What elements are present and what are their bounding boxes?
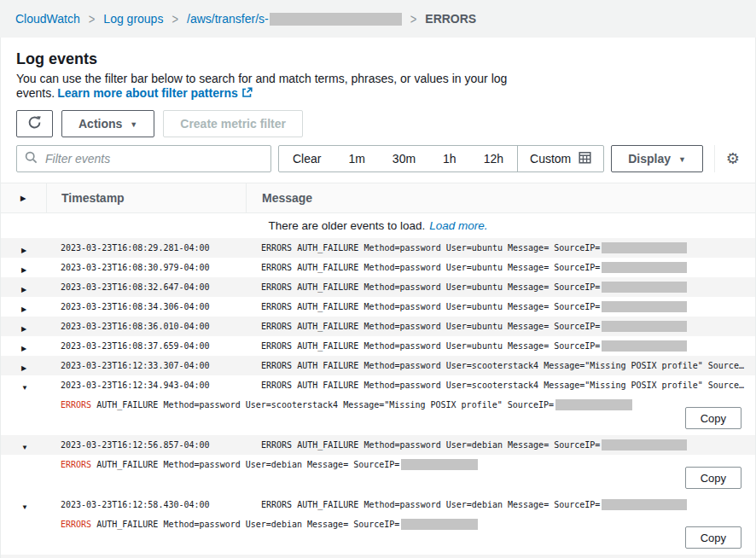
redacted-source-ip [602, 340, 687, 352]
actions-button[interactable]: Actions▼ [61, 110, 154, 137]
log-event-detail: ERRORS AUTH_FAILURE Method=password User… [1, 395, 755, 435]
gear-icon: ⚙ [726, 150, 740, 167]
learn-more-link[interactable]: Learn more about filter patterns [57, 86, 253, 100]
log-event-row[interactable]: ▶ 2023-03-23T16:12:33.307-04:00 ERRORS A… [1, 356, 755, 375]
log-timestamp: 2023-03-23T16:12:58.430-04:00 [46, 500, 246, 509]
expand-row-icon[interactable]: ▶ [21, 325, 26, 333]
log-message: ERRORS AUTH_FAILURE Method=password User… [246, 282, 755, 293]
copy-button[interactable]: Copy [685, 526, 741, 549]
expand-row-icon[interactable]: ▶ [21, 286, 26, 294]
log-event-row[interactable]: ▶ 2023-03-23T16:08:36.010-04:00 ERRORS A… [1, 317, 755, 336]
time-range-group: Clear 1m 30m 1h 12h Custom [278, 145, 604, 172]
log-detail-text: ERRORS AUTH_FAILURE Method=password User… [61, 399, 755, 410]
log-message: ERRORS AUTH_FAILURE Method=password User… [246, 361, 755, 370]
expand-row-icon[interactable]: ▶ [21, 305, 26, 313]
log-event-row[interactable]: ▶ 2023-03-23T16:08:34.306-04:00 ERRORS A… [1, 297, 755, 317]
load-more-link[interactable]: Load more. [429, 219, 487, 232]
custom-range-button[interactable]: Custom [518, 151, 603, 166]
create-metric-filter-button[interactable]: Create metric filter [163, 110, 303, 137]
log-event-row[interactable]: ▼ 2023-03-23T16:12:34.943-04:00 ERRORS A… [1, 375, 755, 395]
older-events-text: There are older events to load. [268, 219, 425, 232]
log-events-table: ▶ Timestamp Message There are older even… [1, 183, 755, 558]
log-detail-text: ERRORS AUTH_FAILURE Method=password User… [61, 459, 755, 470]
redacted-source-ip [602, 499, 687, 510]
filter-events-searchbox[interactable] [16, 145, 271, 172]
log-event-row[interactable]: ▶ 2023-03-23T16:13:00.106-04:00 ERRORS A… [1, 555, 755, 558]
calendar-icon [579, 151, 591, 166]
log-timestamp: 2023-03-23T16:08:37.659-04:00 [46, 341, 246, 351]
log-events-panel: Log events You can use the filter bar be… [0, 38, 756, 558]
log-timestamp: 2023-03-23T16:12:34.943-04:00 [46, 381, 246, 390]
log-group-name: /aws/transfer/s- [187, 12, 269, 26]
chevron-right-icon: > [89, 11, 96, 27]
log-timestamp: 2023-03-23T16:08:29.281-04:00 [46, 243, 246, 253]
refresh-button[interactable] [16, 110, 53, 137]
table-header: ▶ Timestamp Message [1, 183, 755, 213]
copy-button[interactable]: Copy [685, 407, 741, 429]
expand-row-icon[interactable]: ▶ [21, 247, 26, 254]
log-event-row[interactable]: ▼ 2023-03-23T16:12:56.857-04:00 ERRORS A… [1, 435, 755, 455]
log-rows: ▶ 2023-03-23T16:08:29.281-04:00 ERRORS A… [1, 238, 755, 558]
breadcrumb-log-group-link[interactable]: /aws/transfer/s- [187, 12, 402, 26]
log-event-row[interactable]: ▶ 2023-03-23T16:08:30.979-04:00 ERRORS A… [1, 258, 755, 277]
log-message: ERRORS AUTH_FAILURE Method=password User… [246, 439, 755, 450]
expand-all-icon[interactable]: ▶ [20, 195, 26, 202]
log-message: ERRORS AUTH_FAILURE Method=password User… [246, 321, 755, 332]
log-event-row[interactable]: ▶ 2023-03-23T16:08:37.659-04:00 ERRORS A… [1, 336, 755, 356]
refresh-icon [27, 115, 42, 132]
expand-row-icon[interactable]: ▶ [21, 364, 26, 372]
redacted-source-ip [602, 301, 687, 312]
log-timestamp: 2023-03-23T16:08:34.306-04:00 [46, 302, 246, 311]
breadcrumb-current-stream: ERRORS [425, 12, 476, 26]
external-link-icon [241, 87, 253, 102]
log-detail-text: ERRORS AUTH_FAILURE Method=password User… [61, 519, 755, 530]
breadcrumb-log-groups-link[interactable]: Log groups [103, 12, 163, 26]
log-event-detail: ERRORS AUTH_FAILURE Method=password User… [1, 514, 755, 555]
filter-events-input[interactable] [44, 151, 263, 166]
expand-row-icon[interactable]: ▼ [21, 444, 28, 451]
settings-button[interactable]: ⚙ [726, 151, 740, 166]
log-event-row[interactable]: ▼ 2023-03-23T16:12:58.430-04:00 ERRORS A… [1, 495, 755, 514]
log-message: ERRORS AUTH_FAILURE Method=password User… [246, 301, 755, 312]
caret-down-icon: ▼ [130, 121, 137, 129]
column-header-message: Message [246, 183, 755, 212]
expand-row-icon[interactable]: ▼ [21, 384, 28, 392]
redacted-source-ip [602, 282, 687, 293]
redacted-source-ip [401, 519, 478, 530]
caret-down-icon: ▼ [678, 156, 686, 164]
range-30m-button[interactable]: 30m [379, 146, 429, 171]
redacted-source-ip [401, 459, 478, 470]
range-1m-button[interactable]: 1m [334, 146, 378, 171]
log-event-detail: ERRORS AUTH_FAILURE Method=password User… [1, 455, 755, 495]
page-title: Log events [16, 49, 740, 68]
chevron-right-icon: > [410, 11, 417, 27]
range-12h-button[interactable]: 12h [470, 146, 517, 171]
log-event-row[interactable]: ▶ 2023-03-23T16:08:32.647-04:00 ERRORS A… [1, 277, 755, 297]
toolbar: Actions▼ Create metric filter [16, 110, 740, 137]
column-header-timestamp: Timestamp [46, 183, 246, 212]
display-button[interactable]: Display▼ [611, 145, 703, 172]
redacted-source-ip [602, 262, 687, 273]
range-1h-button[interactable]: 1h [429, 146, 470, 171]
clear-range-button[interactable]: Clear [279, 146, 334, 171]
log-timestamp: 2023-03-23T16:08:36.010-04:00 [46, 322, 246, 331]
log-message: ERRORS AUTH_FAILURE Method=password User… [246, 499, 755, 510]
log-message: ERRORS AUTH_FAILURE Method=password User… [246, 381, 755, 390]
expand-row-icon[interactable]: ▶ [21, 345, 26, 352]
redacted-source-ip [602, 439, 687, 450]
breadcrumb-cloudwatch-link[interactable]: CloudWatch [15, 12, 80, 26]
log-message: ERRORS AUTH_FAILURE Method=password User… [246, 340, 755, 352]
chevron-right-icon: > [172, 11, 178, 27]
redacted-source-ip [602, 321, 687, 332]
filter-bar: Clear 1m 30m 1h 12h Custom Display▼ ⚙ [16, 145, 740, 172]
older-events-row: There are older events to load. Load mor… [1, 213, 755, 238]
expand-row-icon[interactable]: ▼ [21, 503, 28, 511]
copy-button[interactable]: Copy [685, 467, 741, 489]
page-description: You can use the filter bar below to sear… [16, 72, 740, 102]
expand-row-icon[interactable]: ▶ [21, 266, 26, 274]
log-timestamp: 2023-03-23T16:12:33.307-04:00 [46, 361, 246, 370]
log-event-row[interactable]: ▶ 2023-03-23T16:08:29.281-04:00 ERRORS A… [1, 238, 755, 258]
redacted-source-ip [555, 399, 632, 410]
log-timestamp: 2023-03-23T16:12:56.857-04:00 [46, 440, 246, 450]
redacted-log-group-name [270, 13, 402, 26]
